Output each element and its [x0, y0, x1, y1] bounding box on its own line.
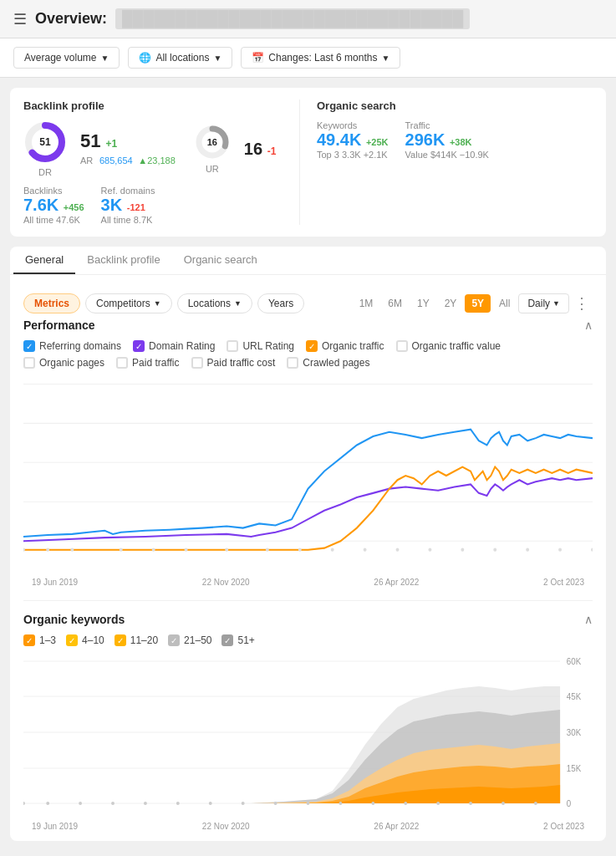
svg-point-22: [461, 548, 464, 552]
svg-point-18: [331, 548, 334, 552]
backlink-metrics: 51 DR 51 +1 AR 685,654 ▲23,188: [23, 120, 299, 177]
ur-donut: 16: [194, 124, 231, 160]
organic-metrics: Keywords 49.4K +25K Top 3 3.3K +2.1K Tra…: [317, 120, 593, 160]
svg-point-49: [404, 802, 407, 805]
svg-point-45: [274, 802, 277, 805]
cb-21-50: ✓: [168, 634, 180, 646]
legend-21-50[interactable]: ✓ 21–50: [168, 634, 211, 646]
checkbox-domain-rating[interactable]: ✓ Domain Rating: [133, 340, 215, 352]
legend-label-51plus: 51+: [237, 634, 254, 646]
checkbox-organic-traffic-value[interactable]: Organic traffic value: [396, 340, 501, 352]
ur-label: UR: [206, 164, 219, 174]
time-6m[interactable]: 6M: [381, 294, 409, 313]
domain-text: ████████████████████████████████: [115, 8, 470, 29]
tab-backlink-profile[interactable]: Backlink profile: [75, 247, 171, 274]
dr-label: DR: [38, 167, 52, 177]
cb-51plus: ✓: [221, 634, 233, 646]
checkbox-organic-traffic[interactable]: ✓ Organic traffic: [306, 340, 384, 352]
checkbox-paid-traffic[interactable]: Paid traffic: [116, 357, 179, 369]
svg-point-21: [428, 548, 431, 552]
more-options-button[interactable]: ⋮: [571, 294, 593, 313]
time-all[interactable]: All: [492, 294, 517, 313]
time-2y[interactable]: 2Y: [438, 294, 464, 313]
competitors-button[interactable]: Competitors ▼: [85, 293, 172, 313]
time-1m[interactable]: 1M: [353, 294, 380, 313]
svg-point-41: [144, 802, 147, 805]
time-5y[interactable]: 5Y: [465, 294, 491, 313]
page-title: Overview:: [35, 10, 107, 28]
legend-51plus[interactable]: ✓ 51+: [221, 634, 254, 646]
collapse-button[interactable]: ∧: [584, 318, 593, 332]
changes-button[interactable]: 📅 Changes: Last 6 months ▼: [241, 47, 400, 69]
time-1y[interactable]: 1Y: [410, 294, 436, 313]
ar-change: ▲23,188: [138, 155, 176, 166]
svg-point-24: [526, 548, 529, 552]
calendar-icon: 📅: [252, 52, 264, 64]
cb-label-referring-domains: Referring domains: [39, 340, 121, 352]
x-axis-labels: 19 Jun 2019 22 Nov 2020 26 Apr 2022 2 Oc…: [23, 578, 593, 587]
tab-organic-search[interactable]: Organic search: [172, 247, 269, 274]
checkbox-url-rating[interactable]: URL Rating: [227, 340, 294, 352]
cb-1-3: ✓: [23, 634, 35, 646]
backlink-section: Backlink profile 51 DR 51: [23, 99, 299, 225]
backlinks-change: +456: [64, 202, 84, 212]
organic-keywords-title: Organic keywords: [23, 613, 125, 626]
svg-point-48: [371, 802, 374, 805]
cb-paid-traffic: [116, 357, 128, 369]
ar-row: AR 685,654 ▲23,188: [80, 154, 176, 166]
checkbox-organic-pages[interactable]: Organic pages: [23, 357, 104, 369]
years-button[interactable]: Years: [257, 293, 304, 313]
legend-1-3[interactable]: ✓ 1–3: [23, 634, 56, 646]
svg-point-13: [152, 548, 155, 552]
locations-button[interactable]: 🌐 All locations ▼: [128, 47, 232, 69]
x-label-1: 22 Nov 2020: [202, 578, 250, 587]
main-content: Backlink profile 51 DR 51: [0, 78, 616, 851]
header: ☰ Overview: ████████████████████████████…: [0, 0, 616, 38]
performance-chart: [23, 375, 593, 576]
chevron-down-icon: ▼: [154, 299, 161, 308]
checkbox-crawled-pages[interactable]: Crawled pages: [287, 357, 369, 369]
hamburger-icon[interactable]: ☰: [13, 10, 27, 28]
ur-metric: 16 -1: [244, 140, 276, 157]
legend-11-20[interactable]: ✓ 11–20: [115, 634, 158, 646]
ar-label: AR: [80, 155, 93, 166]
cb-referring-domains: ✓: [23, 340, 35, 352]
svg-point-44: [242, 802, 245, 805]
cb-organic-traffic-value: [396, 340, 408, 352]
checkbox-referring-domains[interactable]: ✓ Referring domains: [23, 340, 121, 352]
cb-crawled-pages: [287, 357, 298, 369]
cb-4-10: ✓: [66, 634, 78, 646]
chart-card: General Backlink profile Organic search …: [10, 247, 606, 841]
cb-label-organic-traffic-value: Organic traffic value: [412, 340, 501, 352]
traffic-sub: Value $414K −10.9K: [405, 150, 489, 160]
ref-sub: All time 8.7K: [101, 215, 155, 225]
metrics-card: Backlink profile 51 DR 51: [10, 88, 606, 237]
organic-keywords-collapse[interactable]: ∧: [584, 613, 593, 626]
checkbox-paid-traffic-cost[interactable]: Paid traffic cost: [191, 357, 276, 369]
cb-organic-pages: [23, 357, 35, 369]
svg-point-52: [501, 802, 505, 805]
keywords-change: +25K: [366, 137, 389, 147]
tabs-row: General Backlink profile Organic search: [10, 247, 606, 275]
organic-keywords-svg: 60K 45K 30K 15K 0: [23, 653, 593, 820]
x-label-2: 26 Apr 2022: [374, 578, 419, 587]
metrics-button[interactable]: Metrics: [23, 293, 80, 313]
performance-chart-svg: [23, 375, 593, 576]
backlinks-metric: Backlinks 7.6K +456 All time 47.6K: [23, 186, 84, 225]
svg-point-9: [23, 548, 25, 552]
chevron-down-icon: ▼: [381, 54, 389, 63]
locations-filter-button[interactable]: Locations ▼: [177, 293, 252, 313]
cb-label-paid-traffic: Paid traffic: [132, 357, 179, 369]
filter-row: Metrics Competitors ▼ Locations ▼ Years …: [23, 285, 593, 318]
volume-button[interactable]: Average volume ▼: [13, 47, 120, 69]
traffic-label: Traffic: [405, 120, 489, 130]
svg-point-19: [364, 548, 367, 552]
legend-4-10[interactable]: ✓ 4–10: [66, 634, 104, 646]
ref-label: Ref. domains: [101, 186, 155, 196]
daily-button[interactable]: Daily ▼: [518, 293, 569, 313]
toolbar: Average volume ▼ 🌐 All locations ▼ 📅 Cha…: [0, 38, 616, 78]
svg-point-12: [120, 548, 123, 552]
tab-general[interactable]: General: [13, 247, 75, 274]
cb-url-rating: [227, 340, 238, 352]
chart-content: Metrics Competitors ▼ Locations ▼ Years …: [10, 275, 606, 841]
